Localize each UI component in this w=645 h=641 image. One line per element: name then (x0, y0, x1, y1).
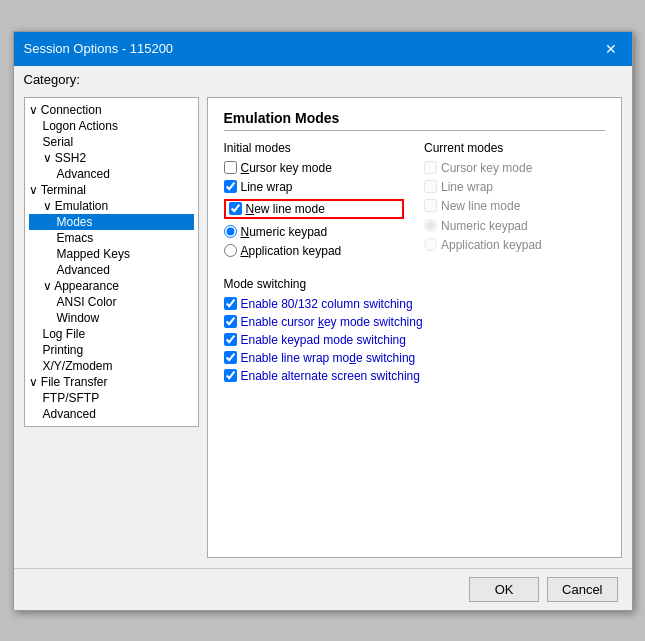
line-wrap-cur-checkbox (424, 180, 437, 193)
sidebar-item-emacs[interactable]: Emacs (29, 230, 194, 246)
dialog-title: Session Options - 115200 (24, 41, 174, 56)
sidebar-item-serial[interactable]: Serial (29, 134, 194, 150)
altscreen-sw-label: Enable alternate screen switching (241, 369, 420, 383)
cursor-key-label: Cursor key mode (241, 161, 332, 175)
application-keypad-label: Application keypad (241, 244, 342, 258)
new-line-highlighted-row: New line mode (224, 199, 405, 219)
keypad-sw-checkbox[interactable] (224, 333, 237, 346)
line-wrap-checkbox[interactable] (224, 180, 237, 193)
col80132-checkbox[interactable] (224, 297, 237, 310)
sidebar-item-terminal[interactable]: ∨ Terminal (29, 182, 194, 198)
toggle-icon: ∨ (43, 199, 55, 213)
category-label: Category: (24, 72, 80, 87)
keypad-sw-row: Enable keypad mode switching (224, 333, 605, 347)
sidebar-item-advanced2[interactable]: Advanced (29, 262, 194, 278)
numeric-keypad-row: Numeric keypad (224, 225, 405, 239)
mode-switching-section: Mode switching Enable 80/132 column swit… (224, 277, 605, 383)
new-line-label: New line mode (246, 202, 325, 216)
sidebar: ∨ Connection Logon Actions Serial ∨ SSH2… (24, 97, 199, 558)
title-bar: Session Options - 115200 ✕ (14, 32, 632, 66)
col80132-row: Enable 80/132 column switching (224, 297, 605, 311)
new-line-cur-label: New line mode (441, 199, 520, 213)
dialog-body: ∨ Connection Logon Actions Serial ∨ SSH2… (14, 87, 632, 568)
category-tree: ∨ Connection Logon Actions Serial ∨ SSH2… (24, 97, 199, 427)
toggle-icon: ∨ (43, 279, 55, 293)
sidebar-item-connection[interactable]: ∨ Connection (29, 102, 194, 118)
section-title: Emulation Modes (224, 110, 605, 131)
keypad-sw-label: Enable keypad mode switching (241, 333, 406, 347)
cursor-key-sw-row: Enable cursor key mode switching (224, 315, 605, 329)
title-bar-buttons: ✕ (600, 38, 622, 60)
toggle-icon: ∨ (43, 151, 55, 165)
line-wrap-cur-label: Line wrap (441, 180, 493, 194)
line-wrap-row: Line wrap (224, 180, 405, 194)
content-area: Emulation Modes Initial modes Cursor key… (207, 97, 622, 558)
cursor-key-row: Cursor key mode (224, 161, 405, 175)
cursor-key-cur-checkbox (424, 161, 437, 174)
numeric-keypad-cur-row: Numeric keypad (424, 219, 605, 233)
application-keypad-cur-label: Application keypad (441, 238, 542, 252)
sidebar-item-advanced[interactable]: Advanced (29, 166, 194, 182)
cursor-key-sw-label: Enable cursor key mode switching (241, 315, 423, 329)
numeric-keypad-cur-radio (424, 219, 437, 232)
new-line-cur-row: New line mode (424, 199, 605, 213)
current-modes-col: Current modes Cursor key mode Line wrap … (424, 141, 605, 263)
linewrap-sw-row: Enable line wrap mode switching (224, 351, 605, 365)
sidebar-item-mapped-keys[interactable]: Mapped Keys (29, 246, 194, 262)
application-keypad-row: Application keypad (224, 244, 405, 258)
initial-modes-col: Initial modes Cursor key mode Line wrap (224, 141, 405, 263)
line-wrap-label: Line wrap (241, 180, 293, 194)
altscreen-sw-checkbox[interactable] (224, 369, 237, 382)
toggle-icon: ∨ (29, 183, 41, 197)
cursor-key-checkbox[interactable] (224, 161, 237, 174)
sidebar-item-window[interactable]: Window (29, 310, 194, 326)
altscreen-sw-row: Enable alternate screen switching (224, 369, 605, 383)
sidebar-item-logon-actions[interactable]: Logon Actions (29, 118, 194, 134)
radio-group-current: Numeric keypad Application keypad (424, 219, 605, 252)
sidebar-item-advanced3[interactable]: Advanced (29, 406, 194, 422)
sidebar-item-modes[interactable]: Modes (29, 214, 194, 230)
toggle-icon: ∨ (29, 103, 41, 117)
sidebar-item-file-transfer[interactable]: ∨ File Transfer (29, 374, 194, 390)
cursor-key-cur-label: Cursor key mode (441, 161, 532, 175)
col80132-label: Enable 80/132 column switching (241, 297, 413, 311)
sidebar-item-appearance[interactable]: ∨ Appearance (29, 278, 194, 294)
numeric-keypad-label: Numeric keypad (241, 225, 328, 239)
initial-modes-label: Initial modes (224, 141, 405, 155)
numeric-keypad-radio[interactable] (224, 225, 237, 238)
sidebar-item-ssh2[interactable]: ∨ SSH2 (29, 150, 194, 166)
line-wrap-cur-row: Line wrap (424, 180, 605, 194)
application-keypad-cur-row: Application keypad (424, 238, 605, 252)
new-line-checkbox[interactable] (229, 202, 242, 215)
sidebar-item-emulation[interactable]: ∨ Emulation (29, 198, 194, 214)
new-line-cur-checkbox (424, 199, 437, 212)
session-options-dialog: Session Options - 115200 ✕ Category: ∨ C… (13, 31, 633, 611)
numeric-keypad-cur-label: Numeric keypad (441, 219, 528, 233)
mode-switching-label: Mode switching (224, 277, 605, 291)
sidebar-item-printing[interactable]: Printing (29, 342, 194, 358)
cursor-key-sw-checkbox[interactable] (224, 315, 237, 328)
sidebar-item-ansi-color[interactable]: ANSI Color (29, 294, 194, 310)
radio-group-initial: Numeric keypad Application keypad (224, 225, 405, 258)
sidebar-item-log-file[interactable]: Log File (29, 326, 194, 342)
modes-grid: Initial modes Cursor key mode Line wrap (224, 141, 605, 263)
close-button[interactable]: ✕ (600, 38, 622, 60)
toggle-icon: ∨ (29, 375, 41, 389)
linewrap-sw-checkbox[interactable] (224, 351, 237, 364)
ok-button[interactable]: OK (469, 577, 539, 602)
sidebar-item-xyz[interactable]: X/Y/Zmodem (29, 358, 194, 374)
application-keypad-radio[interactable] (224, 244, 237, 257)
dialog-footer: OK Cancel (14, 568, 632, 610)
linewrap-sw-label: Enable line wrap mode switching (241, 351, 416, 365)
sidebar-item-ftp-sftp[interactable]: FTP/SFTP (29, 390, 194, 406)
cancel-button[interactable]: Cancel (547, 577, 617, 602)
cursor-key-cur-row: Cursor key mode (424, 161, 605, 175)
current-modes-label: Current modes (424, 141, 605, 155)
application-keypad-cur-radio (424, 238, 437, 251)
